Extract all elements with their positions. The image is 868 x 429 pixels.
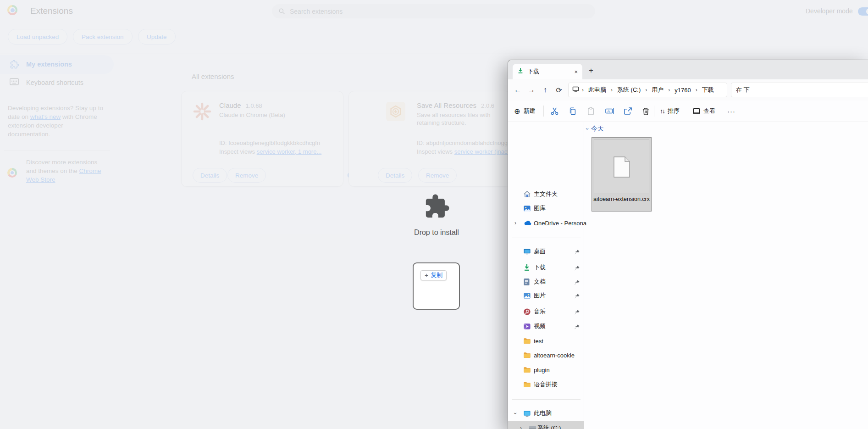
view-label: 查看: [703, 107, 715, 115]
explorer-tab-downloads[interactable]: 下载 ×: [513, 64, 582, 79]
explorer-tab-bar: 下载 × +: [508, 60, 868, 79]
music-icon: [523, 308, 531, 316]
nav-item-desktop[interactable]: 桌面: [508, 245, 584, 258]
chevron-right-icon[interactable]: ›: [518, 425, 524, 429]
share-icon: [624, 107, 632, 115]
sort-label: 排序: [668, 107, 680, 115]
explorer-toolbar: ⊕ 新建 A ↑↓ 排: [508, 100, 868, 122]
nav-item-this-pc[interactable]: › 此电脑: [508, 407, 584, 420]
pin-icon: [574, 309, 580, 315]
pin-icon: [574, 249, 580, 255]
new-label: 新建: [523, 107, 535, 115]
chevron-right-icon: ›: [667, 87, 671, 93]
nav-item-videos[interactable]: 视频: [508, 319, 584, 333]
breadcrumb-downloads[interactable]: 下载: [700, 86, 716, 94]
cut-button[interactable]: [550, 100, 559, 122]
up-icon[interactable]: ↑: [538, 86, 552, 94]
pin-icon: [574, 279, 580, 285]
nav-item-test[interactable]: test: [508, 334, 584, 348]
document-icon: [523, 278, 531, 286]
nav-item-voice-splice[interactable]: 语音拼接: [508, 378, 584, 391]
chevron-down-icon[interactable]: ›: [512, 411, 519, 416]
breadcrumb-this-pc[interactable]: 此电脑: [586, 86, 608, 94]
file-explorer-window: 下载 × + ← → ↑ ⟳ › 此电脑 › 系统 (C:) › 用户 › y1…: [508, 60, 868, 429]
nav-item-home[interactable]: 主文件夹: [508, 187, 584, 201]
nav-item-documents[interactable]: 文档: [508, 275, 584, 289]
chevron-down-icon[interactable]: ›: [584, 128, 591, 130]
drop-to-install-label: Drop to install: [391, 228, 482, 237]
gallery-icon: [523, 205, 531, 212]
pin-icon: [574, 293, 580, 299]
folder-icon: [523, 381, 531, 389]
nav-item-plugin[interactable]: plugin: [508, 363, 584, 377]
tab-title: 下载: [527, 67, 570, 76]
pictures-icon: [523, 292, 531, 300]
nav-item-gallery[interactable]: 图库: [508, 201, 584, 215]
explorer-address-bar: ← → ↑ ⟳ › 此电脑 › 系统 (C:) › 用户 › y1760 › 下…: [508, 79, 868, 100]
breadcrumb-system-c[interactable]: 系统 (C:): [615, 86, 642, 94]
breadcrumb[interactable]: › 此电脑 › 系统 (C:) › 用户 › y1760 › 下载: [568, 83, 727, 97]
video-icon: [523, 323, 531, 330]
copy-button[interactable]: [569, 100, 577, 122]
nav-item-music[interactable]: 音乐: [508, 305, 584, 318]
group-label: 今天: [591, 125, 604, 133]
chevron-right-icon[interactable]: ›: [513, 220, 518, 226]
chevron-right-icon: ›: [610, 87, 614, 93]
rename-button[interactable]: A: [605, 100, 614, 122]
explorer-nav-pane: 主文件夹 图库 › OneDrive - Persona 桌面 下载: [508, 122, 584, 429]
new-button[interactable]: ⊕ 新建: [514, 100, 535, 122]
sort-button[interactable]: ↑↓ 排序: [660, 100, 680, 122]
close-tab-icon[interactable]: ×: [574, 68, 578, 75]
toolbar-divider: [543, 106, 544, 117]
nav-item-aitoearn-cookie[interactable]: aitoearn-cookie: [508, 348, 584, 362]
paste-button[interactable]: [587, 100, 595, 122]
view-button[interactable]: 查看: [693, 100, 715, 122]
nav-divider: [512, 238, 581, 238]
nav-item-pictures[interactable]: 图片: [508, 289, 584, 302]
explorer-search-input[interactable]: 在 下: [731, 83, 868, 97]
plus-icon: +: [425, 272, 428, 279]
download-folder-icon: [517, 67, 524, 76]
trash-icon: [642, 107, 650, 116]
rename-icon: A: [605, 107, 614, 115]
paste-icon: [587, 107, 595, 116]
nav-item-downloads[interactable]: 下载: [508, 261, 584, 274]
cut-icon: [550, 107, 559, 116]
toolbar-divider: [654, 106, 654, 117]
file-item-aitoearn-extension-crx[interactable]: aitoearn-extension.crx: [592, 137, 652, 212]
group-header-today[interactable]: › 今天: [586, 125, 604, 133]
drag-ghost: + 复制: [413, 262, 460, 310]
more-options-button[interactable]: ···: [727, 100, 735, 122]
breadcrumb-user-y1760[interactable]: y1760: [673, 87, 692, 94]
copy-icon: [569, 107, 577, 116]
nav-divider: [512, 399, 581, 400]
screenshot-stage: Extensions Search extensions Developer m…: [0, 0, 868, 429]
drag-copy-label: 复制: [431, 271, 442, 279]
share-button[interactable]: [624, 100, 632, 122]
breadcrumb-users[interactable]: 用户: [650, 86, 665, 94]
desktop-icon: [523, 248, 531, 256]
chevron-right-icon: ›: [644, 87, 648, 93]
pin-icon: [574, 323, 580, 329]
refresh-icon[interactable]: ⟳: [552, 86, 566, 95]
back-icon[interactable]: ←: [511, 86, 525, 94]
onedrive-icon: [523, 219, 531, 227]
view-icon: [693, 108, 700, 114]
file-name-label: aitoearn-extension.crx: [593, 196, 650, 203]
nav-item-system-c[interactable]: › 系统 (C:): [508, 421, 584, 429]
svg-text:A: A: [608, 109, 610, 113]
circle-plus-icon: ⊕: [514, 107, 520, 116]
new-tab-button[interactable]: +: [585, 65, 597, 77]
sort-arrows-icon: ↑↓: [660, 107, 664, 115]
download-icon: [523, 264, 531, 272]
folder-icon: [523, 337, 531, 345]
chevron-right-icon: ›: [695, 87, 698, 93]
home-icon: [523, 190, 531, 198]
delete-button[interactable]: [642, 100, 650, 122]
this-pc-icon: [572, 86, 579, 94]
forward-icon[interactable]: →: [525, 86, 538, 94]
computer-icon: [523, 410, 531, 418]
nav-item-onedrive[interactable]: › OneDrive - Persona: [508, 216, 584, 230]
chevron-right-icon: ›: [581, 87, 585, 93]
file-thumbnail: [594, 139, 649, 194]
